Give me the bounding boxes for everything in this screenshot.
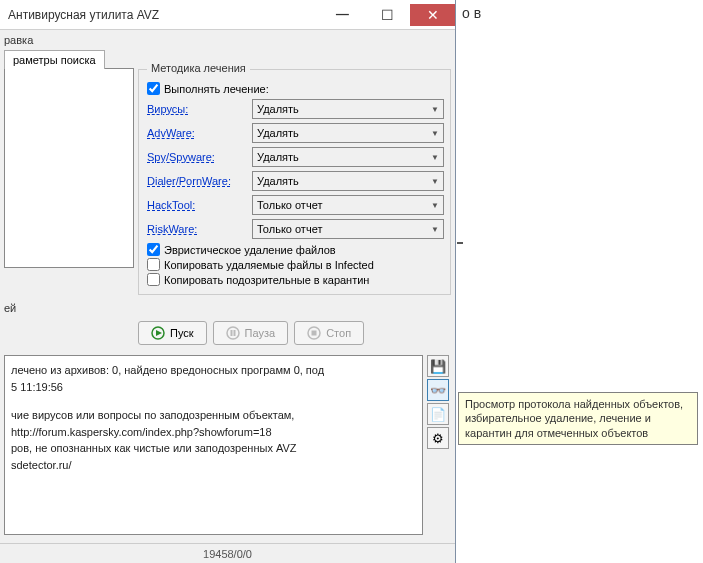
log-line: чие вирусов или вопросы по заподозренным… bbox=[11, 407, 416, 424]
close-button[interactable]: ✕ bbox=[410, 4, 455, 26]
chevron-down-icon: ▼ bbox=[431, 225, 439, 234]
status-text: 19458/0/0 bbox=[203, 548, 252, 560]
tooltip: Просмотр протокола найденных объектов, и… bbox=[458, 392, 698, 445]
do-treat-label: Выполнять лечение: bbox=[164, 83, 269, 95]
chevron-down-icon: ▼ bbox=[431, 129, 439, 138]
svg-marker-1 bbox=[156, 330, 162, 336]
left-list-box[interactable] bbox=[4, 68, 134, 268]
log-textarea[interactable]: лечено из архивов: 0, найдено вредоносны… bbox=[4, 355, 423, 535]
button-label: Пауза bbox=[245, 327, 276, 339]
category-riskware[interactable]: RiskWare: bbox=[147, 223, 252, 235]
save-log-button[interactable]: 💾 bbox=[427, 355, 449, 377]
maximize-button[interactable]: ☐ bbox=[365, 4, 410, 26]
pause-icon bbox=[226, 326, 240, 340]
minimize-button[interactable]: ─ bbox=[320, 4, 365, 26]
copy-quarantine-label: Копировать подозрительные в карантин bbox=[164, 274, 369, 286]
view-protocol-button[interactable]: 👓 bbox=[427, 379, 449, 401]
log-line: http://forum.kaspersky.com/index.php?sho… bbox=[11, 424, 416, 441]
svg-rect-3 bbox=[230, 330, 232, 336]
stop-button[interactable]: Стоп bbox=[294, 321, 364, 345]
button-label: Стоп bbox=[326, 327, 351, 339]
combo-value: Удалять bbox=[257, 175, 299, 187]
stop-icon bbox=[307, 326, 321, 340]
heuristic-delete-checkbox[interactable] bbox=[147, 243, 160, 256]
chevron-down-icon: ▼ bbox=[431, 201, 439, 210]
chevron-down-icon: ▼ bbox=[431, 177, 439, 186]
document-button[interactable]: 📄 bbox=[427, 403, 449, 425]
glasses-icon: 👓 bbox=[430, 383, 446, 398]
svg-point-2 bbox=[227, 327, 239, 339]
svg-rect-6 bbox=[312, 331, 317, 336]
pause-button[interactable]: Пауза bbox=[213, 321, 289, 345]
combo-riskware[interactable]: Только отчет ▼ bbox=[252, 219, 444, 239]
play-icon bbox=[151, 326, 165, 340]
category-spyware[interactable]: Spy/Spyware: bbox=[147, 151, 252, 163]
heuristic-delete-label: Эвристическое удаление файлов bbox=[164, 244, 336, 256]
log-line: 5 11:19:56 bbox=[11, 379, 416, 396]
log-line: лечено из архивов: 0, найдено вредоносны… bbox=[11, 362, 416, 379]
background-text-fragment: о в bbox=[462, 5, 481, 21]
combo-advware[interactable]: Удалять ▼ bbox=[252, 123, 444, 143]
copy-infected-checkbox[interactable] bbox=[147, 258, 160, 271]
divider-mark bbox=[457, 242, 463, 244]
combo-value: Только отчет bbox=[257, 223, 322, 235]
combo-value: Удалять bbox=[257, 127, 299, 139]
window-title: Антивирусная утилита AVZ bbox=[0, 8, 320, 22]
document-icon: 📄 bbox=[430, 407, 446, 422]
category-viruses[interactable]: Вирусы: bbox=[147, 103, 252, 115]
left-cut-text: ей bbox=[4, 301, 451, 315]
combo-value: Удалять bbox=[257, 103, 299, 115]
chevron-down-icon: ▼ bbox=[431, 105, 439, 114]
combo-spyware[interactable]: Удалять ▼ bbox=[252, 147, 444, 167]
button-label: Пуск bbox=[170, 327, 194, 339]
app-window: Антивирусная утилита AVZ ─ ☐ ✕ равка рам… bbox=[0, 0, 456, 563]
svg-rect-4 bbox=[233, 330, 235, 336]
settings-button[interactable]: ⚙ bbox=[427, 427, 449, 449]
floppy-icon: 💾 bbox=[430, 359, 446, 374]
titlebar: Антивирусная утилита AVZ ─ ☐ ✕ bbox=[0, 0, 455, 30]
log-line: ров, не опознанных как чистые или заподо… bbox=[11, 440, 416, 457]
groupbox-title: Методика лечения bbox=[147, 62, 250, 74]
log-line: sdetector.ru/ bbox=[11, 457, 416, 474]
start-button[interactable]: Пуск bbox=[138, 321, 207, 345]
status-bar: 19458/0/0 bbox=[0, 543, 455, 563]
copy-infected-label: Копировать удаляемые файлы в Infected bbox=[164, 259, 374, 271]
treatment-groupbox: Методика лечения Выполнять лечение: Виру… bbox=[138, 69, 451, 295]
combo-viruses[interactable]: Удалять ▼ bbox=[252, 99, 444, 119]
chevron-down-icon: ▼ bbox=[431, 153, 439, 162]
copy-quarantine-checkbox[interactable] bbox=[147, 273, 160, 286]
tab-search-params[interactable]: раметры поиска bbox=[4, 50, 105, 69]
combo-dialer[interactable]: Удалять ▼ bbox=[252, 171, 444, 191]
do-treat-checkbox[interactable] bbox=[147, 82, 160, 95]
category-advware[interactable]: AdvWare: bbox=[147, 127, 252, 139]
combo-value: Только отчет bbox=[257, 199, 322, 211]
category-hacktool[interactable]: HackTool: bbox=[147, 199, 252, 211]
category-dialer[interactable]: Dialer/PornWare: bbox=[147, 175, 252, 187]
menu-item[interactable]: равка bbox=[0, 30, 455, 50]
combo-value: Удалять bbox=[257, 151, 299, 163]
combo-hacktool[interactable]: Только отчет ▼ bbox=[252, 195, 444, 215]
gear-icon: ⚙ bbox=[432, 431, 444, 446]
